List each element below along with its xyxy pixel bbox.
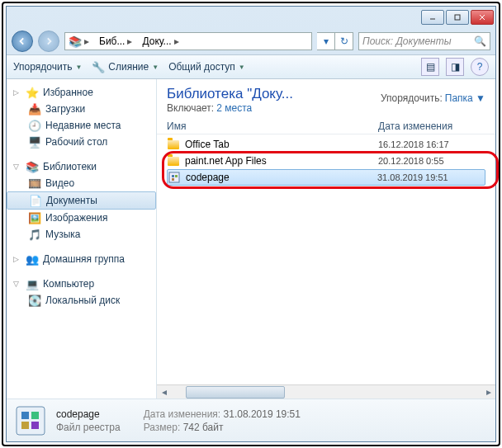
label: Домашняя группа	[43, 253, 125, 265]
arrange-by[interactable]: Упорядочить: Папка ▼	[381, 92, 485, 104]
close-button[interactable]	[471, 10, 494, 25]
value: Папка	[445, 92, 473, 104]
scroll-left-button[interactable]: ◂	[157, 385, 171, 399]
music-icon: 🎵	[28, 228, 41, 241]
col-date[interactable]: Дата изменения	[378, 120, 485, 132]
list-item[interactable]: codepage 31.08.2019 19:51	[167, 169, 485, 186]
refresh-button[interactable]: ↻	[335, 32, 353, 50]
sidebar-item-documents[interactable]: 📄Документы	[7, 191, 156, 210]
preview-pane-button[interactable]: ◨	[446, 58, 464, 76]
label: Недавние места	[45, 120, 121, 131]
details-filename: codepage	[56, 408, 121, 420]
sidebar-item-music[interactable]: 🎵Музыка	[7, 226, 156, 243]
file-list: Office Tab 16.12.2018 16:17 paint.net Ap…	[157, 134, 495, 187]
column-headers[interactable]: Имя Дата изменения	[157, 117, 495, 134]
file-date: 31.08.2019 19:51	[377, 172, 485, 182]
label: Упорядочить:	[381, 92, 443, 104]
svg-rect-8	[17, 407, 45, 435]
label: Упорядочить	[13, 61, 72, 73]
horizontal-scrollbar[interactable]: ◂ ▸	[157, 384, 495, 398]
label: Слияние	[108, 61, 149, 73]
forward-button[interactable]	[38, 31, 59, 52]
folder-icon	[167, 138, 180, 151]
video-icon: 🎞️	[28, 177, 41, 190]
label: Локальный диск	[45, 295, 120, 306]
history-dropdown-button[interactable]: ▾	[317, 32, 335, 50]
homegroup-icon: 👥	[26, 252, 39, 266]
label: Видео	[45, 177, 74, 189]
download-icon: 📥	[28, 102, 41, 116]
label: Изображения	[45, 212, 107, 224]
sidebar-item-video[interactable]: 🎞️Видео	[7, 175, 156, 191]
picture-icon: 🖼️	[28, 211, 41, 224]
merge-icon: 🔧	[92, 60, 105, 73]
computer-icon: 💻	[26, 277, 39, 290]
library-icon: 📚	[26, 160, 39, 173]
search-placeholder: Поиск: Документы	[362, 35, 471, 47]
sidebar-item-desktop[interactable]: 🖥️Рабочий стол	[7, 134, 156, 150]
sidebar-libraries[interactable]: ▽📚Библиотеки	[7, 158, 156, 175]
maximize-button[interactable]	[446, 10, 469, 25]
col-name[interactable]: Имя	[167, 120, 378, 132]
details-size: 742 байт	[183, 422, 224, 433]
search-input[interactable]: Поиск: Документы 🔍	[358, 32, 490, 50]
organize-menu[interactable]: Упорядочить▼	[13, 61, 82, 73]
details-date-label: Дата изменения:	[144, 408, 221, 420]
file-name: Office Tab	[185, 139, 230, 150]
crumb-docs[interactable]: Доку...▸	[139, 33, 185, 50]
sidebar-item-recent[interactable]: 🕘Недавние места	[7, 117, 156, 134]
sidebar-item-local-disk[interactable]: 💽Локальный диск	[7, 292, 156, 309]
minimize-button[interactable]	[421, 10, 444, 25]
sidebar-computer[interactable]: ▽💻Компьютер	[7, 276, 156, 292]
svg-rect-6	[175, 175, 178, 177]
file-name: codepage	[186, 172, 230, 183]
document-icon: 📄	[29, 194, 42, 207]
details-filetype: Файл реестра	[56, 422, 121, 433]
back-button[interactable]	[12, 31, 33, 52]
reg-file-icon	[13, 403, 48, 438]
recent-icon: 🕘	[28, 119, 41, 132]
disk-icon: 💽	[28, 294, 41, 307]
main-pane: Библиотека "Доку... Включает: 2 места Уп…	[157, 79, 495, 398]
svg-rect-5	[172, 175, 174, 177]
view-options-button[interactable]: ▤	[421, 58, 439, 76]
details-pane: codepage Файл реестра Дата изменения: 31…	[7, 398, 495, 441]
file-date: 16.12.2018 16:17	[378, 139, 485, 149]
sidebar-homegroup[interactable]: ▷👥Домашняя группа	[7, 251, 156, 267]
help-button[interactable]: ?	[471, 58, 489, 76]
crumb-lib[interactable]: Биб...▸	[96, 33, 139, 50]
svg-rect-9	[21, 412, 29, 419]
desktop-icon: 🖥️	[28, 135, 41, 149]
star-icon: ⭐	[26, 86, 39, 99]
svg-rect-12	[31, 422, 39, 429]
merge-menu[interactable]: 🔧Слияние▼	[92, 60, 159, 73]
file-date: 20.12.2018 0:55	[378, 156, 485, 166]
library-icon: 📚	[69, 35, 82, 48]
scroll-right-button[interactable]: ▸	[481, 385, 495, 399]
list-item[interactable]: paint.net App Files 20.12.2018 0:55	[167, 153, 485, 169]
breadcrumb[interactable]: 📚▸ Биб...▸ Доку...▸	[64, 32, 312, 50]
sidebar: ▷⭐Избранное 📥Загрузки 🕘Недавние места 🖥️…	[7, 79, 157, 398]
crumb-label: Биб...	[99, 35, 125, 47]
crumb-root[interactable]: 📚▸	[65, 33, 96, 50]
svg-rect-1	[455, 15, 460, 20]
svg-rect-7	[172, 178, 174, 181]
label: Избранное	[43, 87, 93, 98]
reg-file-icon	[168, 171, 181, 184]
share-menu[interactable]: Общий доступ▼	[168, 61, 245, 73]
list-item[interactable]: Office Tab 16.12.2018 16:17	[167, 136, 485, 153]
svg-rect-11	[21, 422, 29, 429]
titlebar	[7, 7, 495, 28]
toolbar: Упорядочить▼ 🔧Слияние▼ Общий доступ▼ ▤ ◨…	[7, 54, 495, 79]
details-date: 31.08.2019 19:51	[224, 408, 301, 420]
label: Компьютер	[43, 278, 94, 290]
explorer-window: 📚▸ Биб...▸ Доку...▸ ▾ ↻ Поиск: Документы…	[6, 6, 496, 442]
svg-rect-10	[31, 412, 39, 419]
crumb-label: Доку...	[142, 35, 171, 47]
scroll-thumb[interactable]	[186, 386, 285, 398]
sidebar-item-downloads[interactable]: 📥Загрузки	[7, 101, 156, 117]
sidebar-item-pictures[interactable]: 🖼️Изображения	[7, 210, 156, 226]
library-locations-link[interactable]: 2 места	[216, 102, 252, 114]
sidebar-favorites[interactable]: ▷⭐Избранное	[7, 84, 156, 101]
label: Загрузки	[45, 103, 85, 115]
